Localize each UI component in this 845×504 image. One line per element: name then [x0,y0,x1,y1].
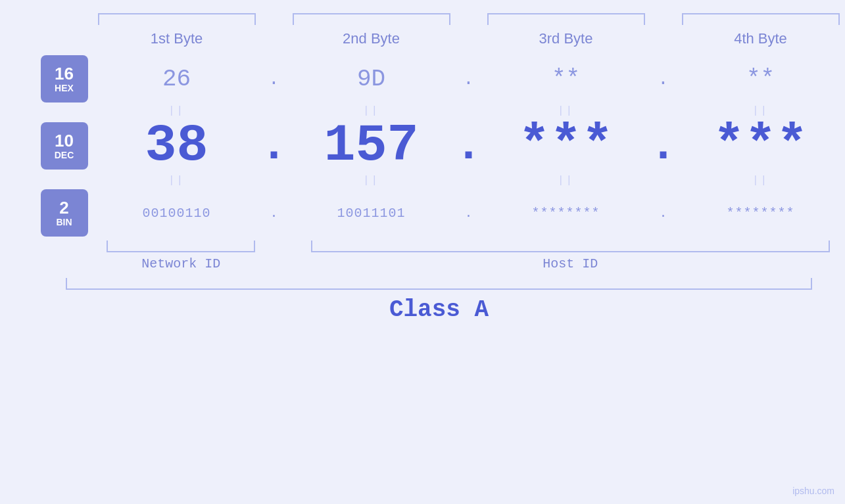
class-section: Class A [35,278,844,323]
hex-badge-area: 16 HEX [35,55,94,103]
hex-row: 16 HEX 26 . 9D . ** . ** [35,55,844,103]
hex-dot1: . [260,69,289,89]
hex-dot2: . [454,69,483,89]
bin-byte2: 10011101 [289,206,454,221]
dec-dot2: . [454,120,483,172]
byte4-header: 4th Byte [678,30,844,47]
bottom-brackets: Network ID Host ID [94,241,844,271]
hex-byte1: 26 [94,66,260,93]
dec-values: 38 . 157 . *** . *** [94,120,844,172]
eq-row-2: || || || || [35,172,844,189]
host-id-bracket: Host ID [297,241,844,271]
bin-dot2: . [454,206,483,221]
bin-values: 00100110 . 10011101 . ******** . *******… [94,206,844,221]
hex-badge: 16 HEX [41,55,88,103]
hex-byte4: ** [678,66,844,93]
dec-badge-area: 10 DEC [35,122,94,170]
dec-badge: 10 DEC [41,122,88,170]
dec-byte4: *** [678,120,844,172]
byte3-header: 3rd Byte [483,30,649,47]
top-bracket-row [35,13,844,25]
byte1-header: 1st Byte [94,30,260,47]
dec-byte1: 38 [94,120,260,172]
dec-dot1: . [260,120,289,172]
hex-dot3: . [649,69,678,89]
bin-byte4: ******** [678,206,844,221]
dec-byte3: *** [483,120,649,172]
byte4-top-bracket [682,13,840,25]
hex-values: 26 . 9D . ** . ** [94,66,844,93]
hex-byte2: 9D [289,66,454,93]
hex-byte3: ** [483,66,649,93]
byte-headers-row: 1st Byte 2nd Byte 3rd Byte 4th Byte [35,30,844,47]
main-container: 1st Byte 2nd Byte 3rd Byte 4th Byte 16 H… [0,0,845,504]
host-id-label: Host ID [543,252,598,271]
byte2-top-bracket [293,13,450,25]
eq-symbols-2: || || || || [94,175,844,187]
bin-row: 2 BIN 00100110 . 10011101 . ******** . [35,189,844,237]
dec-byte2: 157 [289,120,454,172]
bin-byte1: 00100110 [94,206,260,221]
byte-header-brackets [94,13,844,25]
bin-dot1: . [260,206,289,221]
bin-badge-area: 2 BIN [35,189,94,237]
byte2-header: 2nd Byte [289,30,454,47]
watermark: ipshu.com [792,486,834,496]
class-bracket [66,278,812,290]
byte1-top-bracket [98,13,256,25]
class-label: Class A [389,290,489,323]
byte-headers: 1st Byte 2nd Byte 3rd Byte 4th Byte [94,30,844,47]
bin-badge: 2 BIN [41,189,88,237]
bin-dot3: . [649,206,678,221]
network-id-bracket: Network ID [94,241,268,271]
dec-dot3: . [649,120,678,172]
byte3-top-bracket [487,13,645,25]
network-id-label: Network ID [141,252,220,271]
bin-byte3: ******** [483,206,649,221]
dec-row: 10 DEC 38 . 157 . *** . *** [35,120,844,172]
bottom-brackets-row: Network ID Host ID [35,241,844,271]
